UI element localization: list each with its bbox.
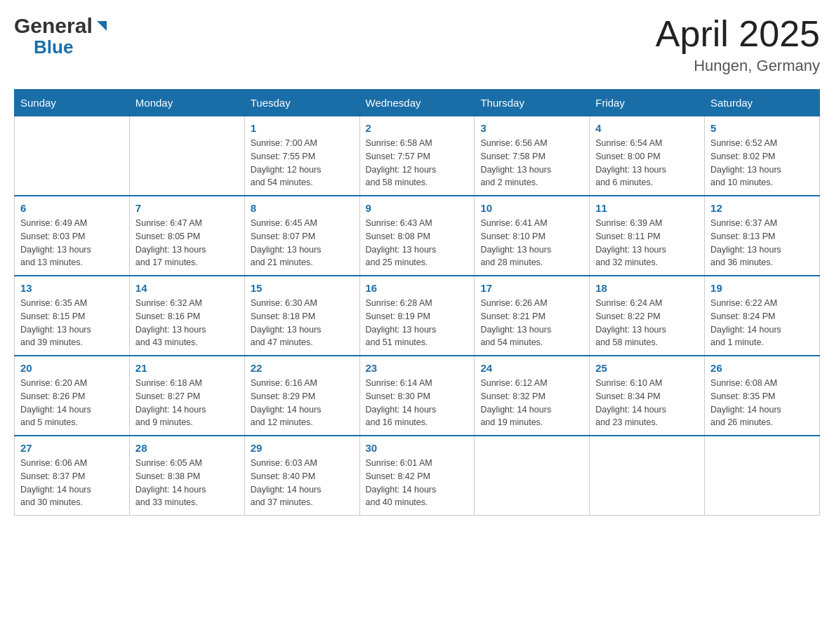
- day-info: Sunrise: 6:10 AMSunset: 8:34 PMDaylight:…: [595, 377, 699, 429]
- weekday-header-monday: Monday: [129, 90, 244, 116]
- day-info: Sunrise: 6:12 AMSunset: 8:32 PMDaylight:…: [480, 377, 583, 429]
- day-info: Sunrise: 6:08 AMSunset: 8:35 PMDaylight:…: [710, 377, 814, 429]
- day-number: 20: [20, 362, 124, 374]
- calendar-cell: 27Sunrise: 6:06 AMSunset: 8:37 PMDayligh…: [15, 436, 130, 516]
- calendar-cell: 15Sunrise: 6:30 AMSunset: 8:18 PMDayligh…: [244, 276, 359, 356]
- calendar-cell: [705, 436, 820, 516]
- calendar-cell: 18Sunrise: 6:24 AMSunset: 8:22 PMDayligh…: [590, 276, 705, 356]
- day-number: 7: [135, 202, 239, 214]
- day-number: 26: [710, 362, 814, 374]
- day-info: Sunrise: 6:26 AMSunset: 8:21 PMDaylight:…: [480, 297, 583, 349]
- day-number: 17: [480, 282, 583, 294]
- day-info: Sunrise: 6:06 AMSunset: 8:37 PMDaylight:…: [20, 457, 124, 509]
- day-info: Sunrise: 6:45 AMSunset: 8:07 PMDaylight:…: [251, 217, 354, 269]
- calendar-cell: 29Sunrise: 6:03 AMSunset: 8:40 PMDayligh…: [244, 436, 359, 516]
- calendar-week-row: 20Sunrise: 6:20 AMSunset: 8:26 PMDayligh…: [15, 356, 820, 436]
- day-info: Sunrise: 6:24 AMSunset: 8:22 PMDaylight:…: [595, 297, 699, 349]
- calendar-week-row: 6Sunrise: 6:49 AMSunset: 8:03 PMDaylight…: [15, 196, 820, 276]
- day-number: 24: [480, 362, 583, 374]
- day-number: 4: [595, 122, 699, 134]
- day-number: 10: [480, 202, 583, 214]
- day-info: Sunrise: 6:01 AMSunset: 8:42 PMDaylight:…: [366, 457, 469, 509]
- calendar-cell: 23Sunrise: 6:14 AMSunset: 8:30 PMDayligh…: [359, 356, 475, 436]
- calendar-table: SundayMondayTuesdayWednesdayThursdayFrid…: [14, 89, 820, 516]
- day-number: 16: [366, 282, 469, 294]
- calendar-cell: 30Sunrise: 6:01 AMSunset: 8:42 PMDayligh…: [359, 436, 475, 516]
- calendar-cell: 6Sunrise: 6:49 AMSunset: 8:03 PMDaylight…: [15, 196, 130, 276]
- weekday-header-tuesday: Tuesday: [244, 90, 359, 116]
- calendar-cell: 14Sunrise: 6:32 AMSunset: 8:16 PMDayligh…: [129, 276, 244, 356]
- calendar-cell: 4Sunrise: 6:54 AMSunset: 8:00 PMDaylight…: [590, 116, 705, 196]
- weekday-header-friday: Friday: [590, 90, 705, 116]
- calendar-cell: [475, 436, 590, 516]
- calendar-week-row: 13Sunrise: 6:35 AMSunset: 8:15 PMDayligh…: [15, 276, 820, 356]
- day-number: 27: [20, 442, 124, 454]
- calendar-cell: 7Sunrise: 6:47 AMSunset: 8:05 PMDaylight…: [129, 196, 244, 276]
- day-info: Sunrise: 6:58 AMSunset: 7:57 PMDaylight:…: [366, 137, 469, 189]
- calendar-week-row: 1Sunrise: 7:00 AMSunset: 7:55 PMDaylight…: [15, 116, 820, 196]
- svg-marker-0: [97, 21, 107, 31]
- day-info: Sunrise: 6:35 AMSunset: 8:15 PMDaylight:…: [20, 297, 124, 349]
- day-info: Sunrise: 6:47 AMSunset: 8:05 PMDaylight:…: [135, 217, 239, 269]
- day-info: Sunrise: 6:05 AMSunset: 8:38 PMDaylight:…: [135, 457, 239, 509]
- page-header: General Blue April 2025 Hungen, Germany: [14, 14, 820, 75]
- day-info: Sunrise: 6:03 AMSunset: 8:40 PMDaylight:…: [251, 457, 354, 509]
- day-number: 18: [595, 282, 699, 294]
- weekday-header-row: SundayMondayTuesdayWednesdayThursdayFrid…: [15, 90, 820, 116]
- day-number: 12: [710, 202, 814, 214]
- calendar-cell: 11Sunrise: 6:39 AMSunset: 8:11 PMDayligh…: [590, 196, 705, 276]
- calendar-cell: [15, 116, 130, 196]
- calendar-cell: 3Sunrise: 6:56 AMSunset: 7:58 PMDaylight…: [475, 116, 590, 196]
- day-info: Sunrise: 6:14 AMSunset: 8:30 PMDaylight:…: [366, 377, 469, 429]
- calendar-cell: 22Sunrise: 6:16 AMSunset: 8:29 PMDayligh…: [244, 356, 359, 436]
- day-info: Sunrise: 6:43 AMSunset: 8:08 PMDaylight:…: [366, 217, 469, 269]
- weekday-header-saturday: Saturday: [705, 90, 820, 116]
- calendar-week-row: 27Sunrise: 6:06 AMSunset: 8:37 PMDayligh…: [15, 436, 820, 516]
- day-number: 3: [480, 122, 583, 134]
- day-number: 25: [595, 362, 699, 374]
- logo-general-text: General: [14, 14, 93, 37]
- day-info: Sunrise: 6:37 AMSunset: 8:13 PMDaylight:…: [710, 217, 814, 269]
- day-number: 30: [366, 442, 469, 454]
- calendar-cell: 20Sunrise: 6:20 AMSunset: 8:26 PMDayligh…: [15, 356, 130, 436]
- day-info: Sunrise: 6:16 AMSunset: 8:29 PMDaylight:…: [251, 377, 354, 429]
- day-info: Sunrise: 6:52 AMSunset: 8:02 PMDaylight:…: [710, 137, 814, 189]
- calendar-cell: 16Sunrise: 6:28 AMSunset: 8:19 PMDayligh…: [359, 276, 475, 356]
- logo-arrow-icon: [94, 18, 110, 34]
- day-number: 11: [595, 202, 699, 214]
- calendar-cell: 12Sunrise: 6:37 AMSunset: 8:13 PMDayligh…: [705, 196, 820, 276]
- day-number: 21: [135, 362, 239, 374]
- calendar-cell: 19Sunrise: 6:22 AMSunset: 8:24 PMDayligh…: [705, 276, 820, 356]
- calendar-cell: 26Sunrise: 6:08 AMSunset: 8:35 PMDayligh…: [705, 356, 820, 436]
- day-info: Sunrise: 6:30 AMSunset: 8:18 PMDaylight:…: [251, 297, 354, 349]
- calendar-cell: 8Sunrise: 6:45 AMSunset: 8:07 PMDaylight…: [244, 196, 359, 276]
- calendar-subtitle: Hungen, Germany: [656, 57, 820, 75]
- weekday-header-thursday: Thursday: [475, 90, 590, 116]
- calendar-cell: 25Sunrise: 6:10 AMSunset: 8:34 PMDayligh…: [590, 356, 705, 436]
- day-number: 19: [710, 282, 814, 294]
- weekday-header-sunday: Sunday: [15, 90, 130, 116]
- day-info: Sunrise: 7:00 AMSunset: 7:55 PMDaylight:…: [251, 137, 354, 189]
- day-number: 14: [135, 282, 239, 294]
- calendar-cell: 2Sunrise: 6:58 AMSunset: 7:57 PMDaylight…: [359, 116, 475, 196]
- logo: General Blue: [14, 14, 110, 58]
- calendar-cell: 13Sunrise: 6:35 AMSunset: 8:15 PMDayligh…: [15, 276, 130, 356]
- day-info: Sunrise: 6:54 AMSunset: 8:00 PMDaylight:…: [595, 137, 699, 189]
- day-number: 8: [251, 202, 354, 214]
- calendar-cell: 28Sunrise: 6:05 AMSunset: 8:38 PMDayligh…: [129, 436, 244, 516]
- calendar-cell: 1Sunrise: 7:00 AMSunset: 7:55 PMDaylight…: [244, 116, 359, 196]
- day-number: 13: [20, 282, 124, 294]
- day-number: 15: [251, 282, 354, 294]
- day-info: Sunrise: 6:28 AMSunset: 8:19 PMDaylight:…: [366, 297, 469, 349]
- logo-blue-text: Blue: [34, 37, 73, 58]
- weekday-header-wednesday: Wednesday: [359, 90, 475, 116]
- title-section: April 2025 Hungen, Germany: [656, 14, 820, 75]
- calendar-cell: 17Sunrise: 6:26 AMSunset: 8:21 PMDayligh…: [475, 276, 590, 356]
- calendar-cell: 24Sunrise: 6:12 AMSunset: 8:32 PMDayligh…: [475, 356, 590, 436]
- day-number: 9: [366, 202, 469, 214]
- day-info: Sunrise: 6:18 AMSunset: 8:27 PMDaylight:…: [135, 377, 239, 429]
- day-number: 23: [366, 362, 469, 374]
- calendar-cell: 21Sunrise: 6:18 AMSunset: 8:27 PMDayligh…: [129, 356, 244, 436]
- day-number: 6: [20, 202, 124, 214]
- day-number: 28: [135, 442, 239, 454]
